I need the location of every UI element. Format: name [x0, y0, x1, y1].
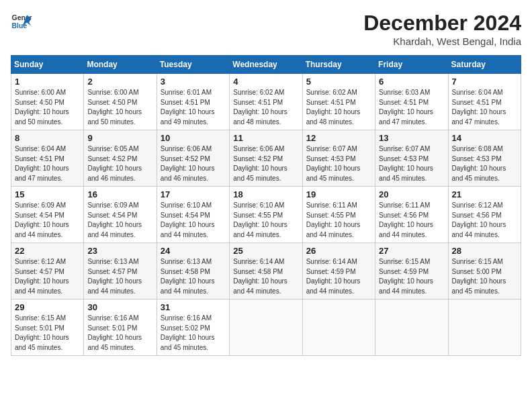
day-number: 8: [15, 133, 80, 143]
day-info: Sunrise: 6:02 AM Sunset: 4:51 PM Dayligh…: [306, 88, 371, 127]
calendar-cell: 1Sunrise: 6:00 AM Sunset: 4:50 PM Daylig…: [11, 74, 84, 130]
day-number: 5: [306, 77, 371, 87]
weekday-header: Sunday: [11, 56, 84, 74]
calendar-cell: 27Sunrise: 6:15 AM Sunset: 4:59 PM Dayli…: [375, 243, 448, 300]
calendar-week-row: 8Sunrise: 6:04 AM Sunset: 4:51 PM Daylig…: [11, 130, 521, 187]
calendar-cell: 14Sunrise: 6:08 AM Sunset: 4:53 PM Dayli…: [448, 130, 521, 187]
calendar-week-row: 29Sunrise: 6:15 AM Sunset: 5:01 PM Dayli…: [11, 300, 521, 356]
day-number: 18: [233, 189, 298, 199]
day-number: 14: [452, 133, 517, 143]
calendar-cell: 26Sunrise: 6:14 AM Sunset: 4:59 PM Dayli…: [302, 243, 375, 300]
weekday-header: Monday: [84, 56, 157, 74]
day-info: Sunrise: 6:14 AM Sunset: 4:59 PM Dayligh…: [306, 257, 371, 296]
day-number: 1: [15, 77, 80, 87]
calendar-cell: 21Sunrise: 6:12 AM Sunset: 4:56 PM Dayli…: [448, 187, 521, 243]
day-number: 27: [379, 246, 444, 256]
calendar-cell: 19Sunrise: 6:11 AM Sunset: 4:55 PM Dayli…: [302, 187, 375, 243]
calendar-cell: 15Sunrise: 6:09 AM Sunset: 4:54 PM Dayli…: [11, 187, 84, 243]
calendar-cell: [302, 300, 375, 356]
calendar-cell: 30Sunrise: 6:16 AM Sunset: 5:01 PM Dayli…: [84, 300, 157, 356]
day-info: Sunrise: 6:15 AM Sunset: 5:01 PM Dayligh…: [15, 314, 80, 353]
day-number: 19: [306, 189, 371, 199]
calendar-week-row: 1Sunrise: 6:00 AM Sunset: 4:50 PM Daylig…: [11, 74, 521, 130]
day-number: 28: [452, 246, 517, 256]
day-number: 26: [306, 246, 371, 256]
weekday-header: Tuesday: [157, 56, 229, 74]
calendar-cell: 10Sunrise: 6:06 AM Sunset: 4:52 PM Dayli…: [157, 130, 229, 187]
calendar-cell: 12Sunrise: 6:07 AM Sunset: 4:53 PM Dayli…: [302, 130, 375, 187]
weekday-header: Friday: [375, 56, 448, 74]
day-number: 4: [233, 77, 298, 87]
day-info: Sunrise: 6:00 AM Sunset: 4:50 PM Dayligh…: [15, 88, 80, 127]
location: Khardah, West Bengal, India: [363, 36, 521, 47]
calendar-header-row: SundayMondayTuesdayWednesdayThursdayFrid…: [11, 56, 521, 74]
day-number: 17: [161, 189, 226, 199]
calendar-cell: 9Sunrise: 6:05 AM Sunset: 4:52 PM Daylig…: [84, 130, 157, 187]
day-number: 9: [87, 133, 152, 143]
calendar-cell: 18Sunrise: 6:10 AM Sunset: 4:55 PM Dayli…: [230, 187, 302, 243]
day-info: Sunrise: 6:12 AM Sunset: 4:56 PM Dayligh…: [452, 201, 517, 240]
day-number: 24: [161, 246, 226, 256]
calendar-cell: 20Sunrise: 6:11 AM Sunset: 4:56 PM Dayli…: [375, 187, 448, 243]
calendar-cell: 4Sunrise: 6:02 AM Sunset: 4:51 PM Daylig…: [230, 74, 302, 130]
logo: General Blue: [11, 11, 32, 32]
day-info: Sunrise: 6:04 AM Sunset: 4:51 PM Dayligh…: [15, 144, 80, 183]
calendar-cell: 11Sunrise: 6:06 AM Sunset: 4:52 PM Dayli…: [230, 130, 302, 187]
day-number: 2: [87, 77, 152, 87]
calendar-cell: 23Sunrise: 6:13 AM Sunset: 4:57 PM Dayli…: [84, 243, 157, 300]
calendar-cell: 17Sunrise: 6:10 AM Sunset: 4:54 PM Dayli…: [157, 187, 229, 243]
day-number: 7: [452, 77, 517, 87]
calendar-week-row: 15Sunrise: 6:09 AM Sunset: 4:54 PM Dayli…: [11, 187, 521, 243]
day-info: Sunrise: 6:11 AM Sunset: 4:56 PM Dayligh…: [379, 201, 444, 240]
calendar-cell: 7Sunrise: 6:04 AM Sunset: 4:51 PM Daylig…: [448, 74, 521, 130]
day-info: Sunrise: 6:07 AM Sunset: 4:53 PM Dayligh…: [306, 144, 371, 183]
day-number: 21: [452, 189, 517, 199]
calendar-cell: 25Sunrise: 6:14 AM Sunset: 4:58 PM Dayli…: [230, 243, 302, 300]
day-number: 30: [87, 302, 152, 312]
day-info: Sunrise: 6:01 AM Sunset: 4:51 PM Dayligh…: [161, 88, 226, 127]
day-info: Sunrise: 6:15 AM Sunset: 4:59 PM Dayligh…: [379, 257, 444, 296]
day-number: 20: [379, 189, 444, 199]
day-number: 11: [233, 133, 298, 143]
day-number: 15: [15, 189, 80, 199]
day-info: Sunrise: 6:10 AM Sunset: 4:54 PM Dayligh…: [161, 201, 226, 240]
weekday-header: Saturday: [448, 56, 521, 74]
day-info: Sunrise: 6:12 AM Sunset: 4:57 PM Dayligh…: [15, 257, 80, 296]
day-number: 25: [233, 246, 298, 256]
day-number: 13: [379, 133, 444, 143]
day-info: Sunrise: 6:09 AM Sunset: 4:54 PM Dayligh…: [15, 201, 80, 240]
weekday-header: Thursday: [302, 56, 375, 74]
weekday-header: Wednesday: [230, 56, 302, 74]
calendar-cell: 28Sunrise: 6:15 AM Sunset: 5:00 PM Dayli…: [448, 243, 521, 300]
day-info: Sunrise: 6:09 AM Sunset: 4:54 PM Dayligh…: [87, 201, 152, 240]
calendar-cell: [448, 300, 521, 356]
calendar-cell: [230, 300, 302, 356]
day-number: 29: [15, 302, 80, 312]
day-info: Sunrise: 6:14 AM Sunset: 4:58 PM Dayligh…: [233, 257, 298, 296]
calendar-cell: 3Sunrise: 6:01 AM Sunset: 4:51 PM Daylig…: [157, 74, 229, 130]
day-number: 16: [87, 189, 152, 199]
day-number: 6: [379, 77, 444, 87]
day-number: 22: [15, 246, 80, 256]
day-info: Sunrise: 6:06 AM Sunset: 4:52 PM Dayligh…: [161, 144, 226, 183]
calendar-cell: 24Sunrise: 6:13 AM Sunset: 4:58 PM Dayli…: [157, 243, 229, 300]
calendar-cell: 22Sunrise: 6:12 AM Sunset: 4:57 PM Dayli…: [11, 243, 84, 300]
day-info: Sunrise: 6:07 AM Sunset: 4:53 PM Dayligh…: [379, 144, 444, 183]
calendar-cell: 6Sunrise: 6:03 AM Sunset: 4:51 PM Daylig…: [375, 74, 448, 130]
calendar-cell: 8Sunrise: 6:04 AM Sunset: 4:51 PM Daylig…: [11, 130, 84, 187]
day-info: Sunrise: 6:00 AM Sunset: 4:50 PM Dayligh…: [87, 88, 152, 127]
calendar-cell: 31Sunrise: 6:16 AM Sunset: 5:02 PM Dayli…: [157, 300, 229, 356]
day-info: Sunrise: 6:04 AM Sunset: 4:51 PM Dayligh…: [452, 88, 517, 127]
calendar-week-row: 22Sunrise: 6:12 AM Sunset: 4:57 PM Dayli…: [11, 243, 521, 300]
calendar-cell: 5Sunrise: 6:02 AM Sunset: 4:51 PM Daylig…: [302, 74, 375, 130]
day-info: Sunrise: 6:06 AM Sunset: 4:52 PM Dayligh…: [233, 144, 298, 183]
day-number: 10: [161, 133, 226, 143]
logo-icon: General Blue: [11, 11, 32, 32]
calendar-table: SundayMondayTuesdayWednesdayThursdayFrid…: [11, 55, 521, 356]
month-title: December 2024: [363, 11, 521, 36]
day-info: Sunrise: 6:15 AM Sunset: 5:00 PM Dayligh…: [452, 257, 517, 296]
day-info: Sunrise: 6:02 AM Sunset: 4:51 PM Dayligh…: [233, 88, 298, 127]
calendar-cell: 29Sunrise: 6:15 AM Sunset: 5:01 PM Dayli…: [11, 300, 84, 356]
day-info: Sunrise: 6:13 AM Sunset: 4:57 PM Dayligh…: [87, 257, 152, 296]
day-number: 3: [161, 77, 226, 87]
